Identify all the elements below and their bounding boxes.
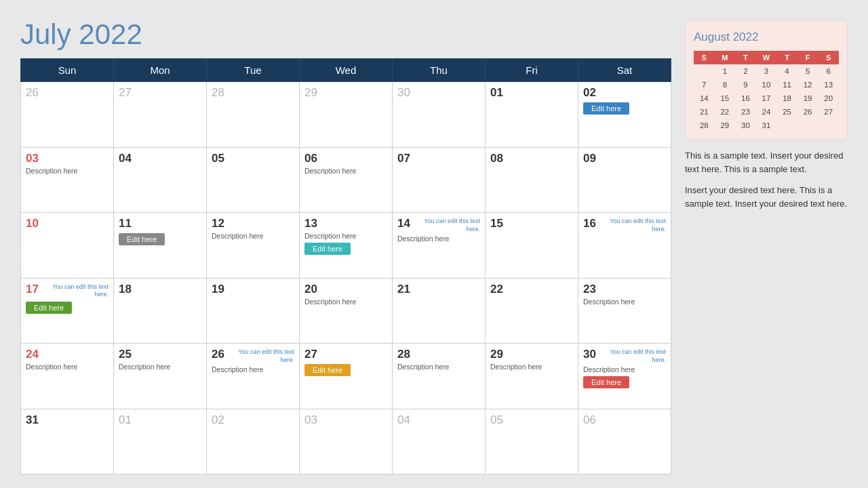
edit-badge[interactable]: Edit here	[583, 102, 629, 115]
day-number: 13	[304, 217, 387, 230]
calendar-cell-w2d5: 15	[486, 213, 578, 279]
calendar-cell-w3d0: 17You can edit this text here.Edit here	[21, 278, 114, 344]
calendar-header-sat: Sat	[578, 59, 671, 82]
mini-day: 9	[735, 78, 756, 92]
calendar-header-tue: Tue	[207, 59, 300, 82]
day-number: 21	[397, 283, 480, 296]
calendar-cell-w2d3: 13Description hereEdit here	[300, 213, 393, 279]
day-number: 29	[304, 86, 387, 100]
cell-description: Description here	[304, 232, 387, 240]
mini-day: 20	[818, 92, 839, 105]
mini-day: 17	[756, 92, 777, 105]
mini-day	[818, 119, 839, 132]
calendar-cell-w4d4: 28Description here	[393, 344, 486, 409]
cell-top: 17You can edit this text here.	[26, 283, 108, 299]
day-number: 24	[26, 348, 108, 361]
calendar-header-thu: Thu	[393, 59, 486, 82]
calendar-header-mon: Mon	[114, 59, 207, 82]
mini-day: 3	[756, 64, 777, 78]
calendar-header-fri: Fri	[486, 59, 578, 82]
calendar-week-1: 03Description here040506Description here…	[21, 147, 671, 213]
calendar-cell-w1d0: 03Description here	[21, 147, 114, 213]
cell-note: You can edit this text here.	[599, 218, 666, 233]
day-number: 17	[26, 283, 39, 296]
calendar-cell-w0d6: 02Edit here	[578, 82, 671, 148]
page-title: July 2022	[20, 20, 671, 49]
day-number: 08	[490, 152, 573, 165]
calendar-cell-w1d2: 05	[207, 147, 300, 213]
calendar-cell-w4d6: 30You can edit this text here.Descriptio…	[578, 344, 671, 409]
mini-header-f: F	[797, 51, 818, 64]
edit-badge[interactable]: Edit here	[583, 376, 629, 388]
calendar-week-2: 1011Edit here12Description here13Descrip…	[21, 213, 671, 279]
calendar-cell-w5d5: 05	[486, 409, 578, 474]
day-number: 18	[119, 283, 201, 296]
mini-header-s: S	[694, 51, 715, 64]
calendar-cell-w0d4: 30	[393, 82, 486, 148]
text-para-1: This is a sample text. Insert your desir…	[685, 149, 848, 176]
mini-header-w: W	[756, 51, 777, 64]
calendar-cell-w2d0: 10	[21, 213, 114, 279]
mini-day: 23	[735, 105, 756, 119]
mini-cal-table: SMTWTFS 12345678910111213141516171819202…	[694, 51, 839, 132]
cell-top: 26You can edit this text here.	[212, 348, 294, 364]
calendar-cell-w3d5: 22	[486, 278, 578, 344]
calendar-cell-w4d1: 25Description here	[114, 344, 207, 409]
calendar-cell-w4d0: 24Description here	[21, 344, 114, 409]
day-number: 02	[212, 413, 294, 427]
calendar-cell-w4d2: 26You can edit this text here.Descriptio…	[207, 344, 300, 409]
calendar-cell-w5d6: 06	[578, 409, 671, 474]
calendar-cell-w5d4: 04	[393, 409, 486, 474]
mini-day: 22	[715, 105, 736, 119]
mini-year: 2022	[730, 30, 759, 43]
day-number: 11	[119, 217, 201, 230]
mini-day	[797, 119, 818, 132]
day-number: 26	[26, 86, 108, 100]
calendar-cell-w2d2: 12Description here	[207, 213, 300, 279]
text-block: This is a sample text. Insert your desir…	[685, 149, 848, 210]
mini-day: 13	[818, 78, 839, 92]
mini-day: 19	[797, 92, 818, 105]
day-number: 04	[119, 152, 201, 165]
mini-cal-head: SMTWTFS	[694, 51, 839, 64]
mini-day: 8	[715, 78, 736, 92]
mini-week-4: 28293031	[694, 119, 839, 132]
mini-week-1: 78910111213	[694, 78, 839, 92]
calendar-cell-w5d1: 01	[114, 409, 207, 474]
calendar-cell-w1d5: 08	[486, 147, 578, 213]
day-number: 28	[212, 86, 294, 100]
edit-badge[interactable]: Edit here	[304, 364, 351, 376]
cell-description: Description here	[397, 235, 480, 243]
day-number: 27	[119, 86, 201, 100]
edit-badge[interactable]: Edit here	[26, 302, 72, 314]
day-number: 22	[490, 283, 573, 296]
mini-day: 29	[715, 119, 736, 132]
calendar-cell-w5d0: 31	[21, 409, 114, 474]
day-number: 04	[397, 413, 480, 427]
day-number: 26	[212, 348, 224, 361]
mini-month: August	[694, 30, 730, 43]
mini-day: 4	[776, 64, 797, 78]
day-number: 14	[397, 217, 410, 230]
mini-header-t: T	[776, 51, 797, 64]
month-name: July	[20, 18, 71, 50]
calendar-cell-w0d2: 28	[207, 82, 300, 148]
day-number: 02	[583, 86, 666, 100]
day-number: 30	[583, 348, 596, 361]
day-number: 16	[583, 217, 596, 230]
day-number: 01	[119, 413, 201, 427]
cell-top: 16You can edit this text here.	[583, 217, 666, 233]
calendar-week-5: 31010203040506	[21, 409, 671, 474]
cell-description: Description here	[583, 298, 666, 306]
edit-badge[interactable]: Edit here	[119, 233, 165, 245]
day-number: 19	[212, 283, 294, 296]
mini-day	[776, 119, 797, 132]
calendar-cell-w3d1: 18	[114, 278, 207, 344]
cell-note: You can edit this text here.	[41, 283, 108, 299]
calendar-cell-w3d2: 19	[207, 278, 300, 344]
day-number: 15	[490, 217, 573, 230]
day-number: 31	[26, 413, 108, 427]
edit-badge[interactable]: Edit here	[304, 243, 351, 255]
mini-day: 24	[756, 105, 777, 119]
calendar-cell-w0d3: 29	[300, 82, 393, 148]
